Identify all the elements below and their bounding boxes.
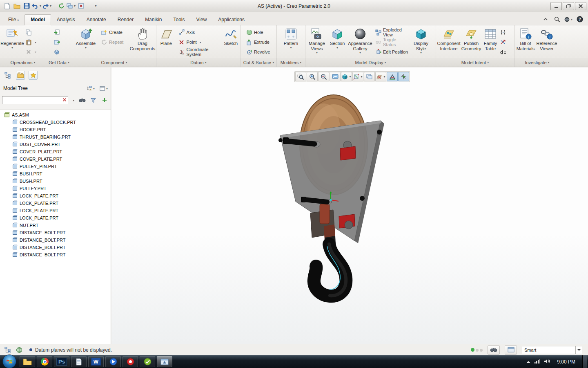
clock[interactable]: 9:00 PM	[554, 359, 579, 365]
close-window-button[interactable]	[76, 2, 85, 11]
tree-item[interactable]: PULLEY_PIN.PRT	[0, 163, 111, 170]
graphics-area[interactable]	[111, 67, 588, 344]
tab-model[interactable]: Model	[24, 14, 51, 25]
tab-manikin[interactable]: Manikin	[139, 15, 167, 25]
find-button[interactable]	[78, 96, 87, 105]
distance-bolt-mid[interactable]	[304, 200, 327, 202]
assemble-button[interactable]: Assemble	[75, 27, 97, 50]
operations-group-label[interactable]: Operations	[0, 58, 46, 67]
create-button[interactable]: Create	[99, 27, 130, 37]
revolve-button[interactable]: Revolve	[244, 47, 272, 57]
family-table-button[interactable]: Family Table	[482, 27, 499, 52]
close-button[interactable]	[575, 2, 586, 10]
thrust-bearing-part[interactable]	[320, 204, 330, 224]
repeat-button[interactable]: Repeat	[99, 37, 130, 47]
display-style-toolbar-button[interactable]	[341, 72, 352, 81]
taskbar-creo-button[interactable]	[157, 356, 172, 367]
open-button[interactable]	[12, 2, 21, 11]
tab-file[interactable]: File	[2, 15, 24, 25]
sketch-button[interactable]: Sketch	[222, 27, 240, 47]
bill-of-materials-button[interactable]: i Bill of Materials	[515, 27, 536, 52]
taskbar-app-button[interactable]	[140, 356, 155, 367]
tray-expand-icon[interactable]	[526, 359, 530, 363]
tray-volume-icon[interactable]	[544, 359, 550, 365]
clear-search-icon[interactable]	[62, 97, 68, 103]
tree-columns-button[interactable]	[99, 84, 108, 93]
redo-button[interactable]	[42, 2, 51, 11]
windows-button[interactable]	[67, 2, 76, 11]
start-button[interactable]	[2, 355, 16, 368]
edit-position-button[interactable]: Edit Position	[373, 47, 411, 57]
saved-orientations-button[interactable]	[352, 72, 363, 81]
zoom-in-button[interactable]	[307, 72, 318, 81]
tree-root-item[interactable]: AS.ASM	[0, 111, 111, 119]
relations-button[interactable]	[499, 47, 510, 57]
tree-item[interactable]: LOCK_PLATE.PRT	[0, 207, 111, 214]
view-manager-button[interactable]	[364, 72, 375, 81]
taskbar-chrome-button[interactable]	[37, 356, 52, 367]
plane-button[interactable]: Plane	[157, 27, 175, 47]
tree-item[interactable]: BUSH.PRT	[0, 177, 111, 185]
distance-bolt-upper[interactable]	[286, 141, 314, 144]
copy-geometry-button[interactable]	[52, 47, 62, 57]
delete-button[interactable]	[24, 47, 38, 57]
tree-settings-button[interactable]	[86, 84, 95, 93]
tab-tools[interactable]: Tools	[167, 15, 190, 25]
tab-analysis[interactable]: Analysis	[51, 15, 81, 25]
section-button[interactable]: Section	[327, 27, 347, 50]
navigator-toggle-button[interactable]	[3, 346, 12, 355]
tree-item[interactable]: COVER_PLATE.PRT	[0, 148, 111, 155]
selection-filter[interactable]: Smart	[522, 346, 582, 354]
tree-item[interactable]: DISTANCE_BOLT.PRT	[0, 236, 111, 244]
search-options-button[interactable]	[71, 96, 76, 105]
selection-filter-dropdown-icon[interactable]	[575, 346, 582, 354]
tree-item[interactable]: THRUST_BEARING.PRT	[0, 133, 111, 141]
investigate-group-label[interactable]: Investigate	[514, 58, 560, 67]
tree-item[interactable]: LOCK_PLATE.PRT	[0, 192, 111, 200]
browser-toggle-button[interactable]	[15, 346, 24, 355]
tab-applications[interactable]: Applications	[212, 15, 250, 25]
tree-item[interactable]: DISTANCE_BOLT.PRT	[0, 244, 111, 251]
annotation-display-button[interactable]	[387, 72, 398, 81]
point-button[interactable]: Point	[177, 37, 222, 47]
tab-view[interactable]: View	[191, 15, 213, 25]
appearance-gallery-button[interactable]: Appearance Gallery	[347, 27, 373, 55]
new-file-button[interactable]	[2, 2, 11, 11]
tree-filter-button[interactable]	[89, 96, 98, 105]
tab-render[interactable]: Render	[112, 15, 139, 25]
taskbar-photoshop-button[interactable]: Ps	[54, 356, 69, 367]
favorites-button[interactable]	[29, 71, 38, 80]
bolt-end-upper-right[interactable]	[377, 130, 382, 135]
component-interface-button[interactable]: Component Interface	[437, 27, 461, 52]
extrude-button[interactable]: Extrude	[244, 37, 272, 47]
regenerate-button[interactable]: Regenerate	[1, 27, 24, 50]
community-button[interactable]	[564, 15, 572, 23]
tree-item[interactable]: LOCK_PLATE.PRT	[0, 200, 111, 207]
show-desktop-button[interactable]	[582, 355, 587, 368]
reference-viewer-button[interactable]: i Reference Viewer	[536, 27, 558, 52]
tree-item[interactable]: PULLEY.PRT	[0, 185, 111, 192]
taskbar-word-button[interactable]: W	[88, 356, 104, 367]
undo-button[interactable]	[32, 2, 41, 11]
tree-item[interactable]: DUST_COVER.PRT	[0, 141, 111, 148]
restore-button[interactable]	[563, 2, 574, 10]
exploded-view-button[interactable]: Exploded View	[373, 27, 411, 37]
lock-plate-upper[interactable]	[340, 146, 356, 160]
taskbar-record-button[interactable]	[122, 356, 138, 367]
zoom-out-button[interactable]	[318, 72, 329, 81]
model-display-group-label[interactable]: Model Display	[305, 58, 436, 67]
pattern-button[interactable]: Pattern	[280, 27, 303, 50]
search-tool-button[interactable]	[488, 346, 500, 355]
taskbar-notepad-button[interactable]	[71, 356, 87, 367]
manage-views-button[interactable]: Manage Views	[306, 27, 327, 55]
tree-item[interactable]: BUSH.PRT	[0, 170, 111, 177]
refit-button[interactable]	[295, 72, 306, 81]
paste-button[interactable]	[24, 37, 38, 47]
tree-item[interactable]: COVER_PLATE.PRT	[0, 155, 111, 163]
save-button[interactable]	[22, 2, 31, 11]
cut-surface-group-label[interactable]: Cut & Surface	[241, 58, 277, 67]
model-viewport[interactable]	[111, 67, 588, 344]
import-button[interactable]	[52, 27, 62, 37]
folder-browser-button[interactable]	[16, 71, 25, 80]
datum-display-filters-button[interactable]	[375, 72, 386, 81]
